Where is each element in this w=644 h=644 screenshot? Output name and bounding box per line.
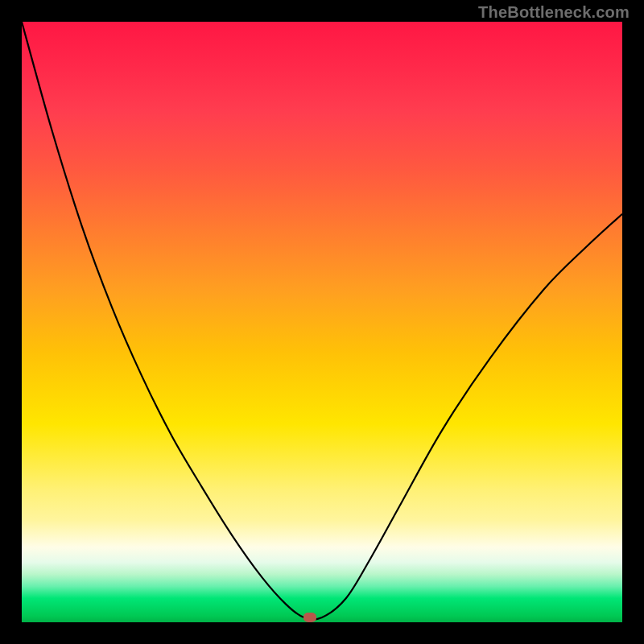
watermark-text: TheBottleneck.com bbox=[478, 3, 630, 22]
bottleneck-curve bbox=[22, 22, 622, 622]
chart-frame: TheBottleneck.com bbox=[0, 0, 644, 644]
curve-path bbox=[22, 22, 622, 620]
optimal-point-marker bbox=[303, 613, 316, 622]
